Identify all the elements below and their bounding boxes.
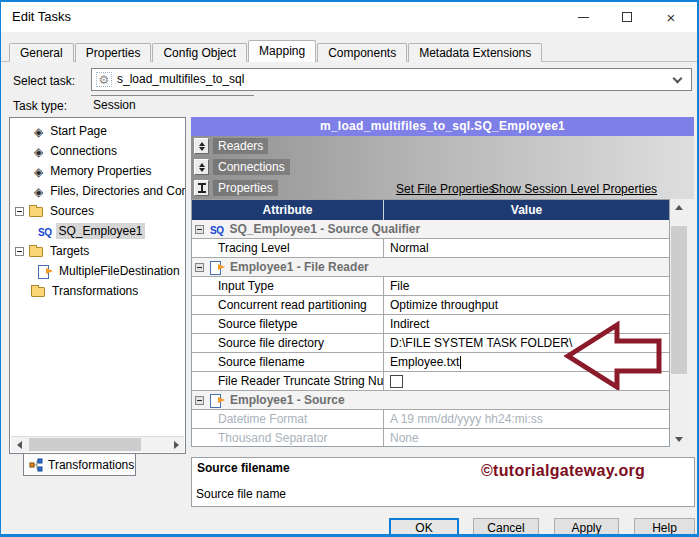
property-group-row[interactable]: Employee1 - Source — [192, 391, 669, 410]
expand-collapse-icon — [199, 142, 205, 151]
scroll-right-icon[interactable] — [168, 437, 184, 452]
expander-minus-icon[interactable] — [195, 396, 204, 405]
tree-item-connections[interactable]: Connections — [10, 141, 185, 161]
band-toggle-button[interactable] — [194, 159, 209, 175]
tree-item-sq-employee1[interactable]: SQ_Employee1 — [10, 221, 185, 241]
expander-minus-icon[interactable] — [195, 225, 204, 234]
scroll-down-icon[interactable] — [670, 431, 688, 447]
tree-item-memory-properties[interactable]: Memory Properties — [10, 161, 185, 181]
value-cell[interactable]: None — [384, 429, 669, 447]
tree-item-transformations[interactable]: Transformations — [10, 281, 185, 301]
link-show-session-level-properties[interactable]: Show Session Level Properties — [491, 182, 657, 196]
target-file-icon — [38, 265, 52, 278]
help-button[interactable]: Help — [634, 518, 695, 537]
task-type-value: Session — [93, 98, 136, 112]
truncate-string-null-checkbox[interactable] — [390, 375, 403, 388]
scroll-left-icon[interactable] — [11, 437, 27, 452]
window-title: Edit Tasks — [12, 9, 71, 24]
tree-item-label: Connections — [48, 143, 119, 159]
folder-icon — [29, 247, 43, 257]
titlebar[interactable]: Edit Tasks × — [1, 2, 697, 32]
close-button[interactable]: × — [649, 2, 693, 32]
band-toggle-button[interactable] — [194, 180, 209, 196]
table-header: Attribute Value — [192, 200, 669, 220]
tab-metadata-extensions[interactable]: Metadata Extensions — [408, 43, 542, 62]
tree-item-sources[interactable]: Sources — [10, 201, 185, 221]
cancel-button[interactable]: Cancel — [473, 518, 539, 537]
tab-components[interactable]: Components — [317, 43, 407, 62]
property-group-row[interactable]: Employee1 - File Reader — [192, 258, 669, 277]
expand-collapse-icon — [199, 163, 205, 172]
band-toggle-button[interactable] — [194, 138, 209, 154]
tree-horizontal-scrollbar[interactable] — [11, 436, 184, 452]
property-row: Tracing LevelNormal — [192, 239, 669, 258]
band-connections: Connections — [191, 157, 694, 178]
tree-item-label: Sources — [48, 203, 96, 219]
expander-minus-icon[interactable] — [15, 207, 24, 216]
expander-minus-icon[interactable] — [195, 263, 204, 272]
maximize-icon — [622, 12, 632, 22]
tab-mapping[interactable]: Mapping — [248, 40, 316, 62]
section-bands: ReadersConnectionsPropertiesSet File Pro… — [191, 136, 694, 199]
tab-general[interactable]: General — [9, 43, 74, 62]
attribute-cell: Tracing Level — [192, 239, 384, 257]
attribute-cell: Source filetype — [192, 315, 384, 333]
table-vertical-scrollbar[interactable] — [670, 199, 688, 447]
tree-item-targets[interactable]: Targets — [10, 241, 185, 261]
tree-item-start-page[interactable]: Start Page — [10, 121, 185, 141]
minimize-button[interactable] — [561, 2, 605, 32]
tree-items: Start PageConnectionsMemory PropertiesFi… — [10, 121, 185, 301]
folder-icon — [29, 207, 43, 217]
folder-icon — [31, 287, 45, 297]
tree-item-label: Transformations — [50, 283, 140, 299]
scrollbar-thumb[interactable] — [671, 226, 687, 374]
tree-item-files-directories-and-com[interactable]: Files, Directories and Com — [10, 181, 185, 201]
group-label: SQ_Employee1 - Source Qualifier — [229, 222, 420, 236]
property-row: Concurrent read partitioningOptimize thr… — [192, 296, 669, 315]
tab-transformations[interactable]: Transformations — [23, 453, 136, 476]
tab-config-object[interactable]: Config Object — [152, 43, 247, 62]
tree-item-multiplefiledestination[interactable]: MultipleFileDestination — [10, 261, 185, 281]
annotation-arrow-icon — [564, 320, 664, 390]
ok-button[interactable]: OK — [389, 518, 459, 537]
close-icon: × — [667, 10, 676, 25]
diamond-icon — [34, 182, 43, 200]
mapping-object-header: m_load_multifiles_to_sql.SQ_Employee1 — [191, 117, 694, 136]
property-row: Input TypeFile — [192, 277, 669, 296]
band-properties: PropertiesSet File PropertiesShow Sessio… — [191, 178, 694, 199]
tree-item-label: MultipleFileDestination — [57, 263, 182, 279]
tree-item-label: Targets — [48, 243, 91, 259]
chevron-down-icon[interactable] — [673, 74, 683, 84]
value-text: File — [390, 279, 409, 293]
tree-item-label: Files, Directories and Com — [48, 183, 185, 199]
task-type-label: Task type: — [13, 99, 67, 113]
tab-properties[interactable]: Properties — [75, 43, 152, 62]
link-set-file-properties[interactable]: Set File Properties — [396, 182, 495, 196]
value-cell[interactable]: A 19 mm/dd/yyyy hh24:mi:ss — [384, 410, 669, 428]
value-cell[interactable]: File — [384, 277, 669, 295]
scroll-up-icon[interactable] — [670, 199, 688, 215]
value-cell[interactable]: Normal — [384, 239, 669, 257]
file-reader-icon — [210, 261, 224, 274]
maximize-button[interactable] — [605, 2, 649, 32]
navigation-tree: Start PageConnectionsMemory PropertiesFi… — [9, 117, 186, 454]
scrollbar-thumb[interactable] — [29, 438, 141, 451]
value-column-header: Value — [384, 200, 669, 220]
watermark: ©tutorialgateway.org — [481, 462, 645, 480]
select-task-combobox[interactable]: s_load_multifiles_to_sql — [91, 68, 692, 91]
expander-minus-icon[interactable] — [15, 247, 24, 256]
transformations-icon — [29, 458, 44, 472]
value-text: Normal — [390, 241, 429, 255]
apply-button[interactable]: Apply — [554, 518, 619, 537]
diamond-icon — [34, 162, 43, 180]
minimize-icon — [578, 17, 589, 18]
tab-transformations-label: Transformations — [48, 458, 134, 472]
tree-item-label: Start Page — [48, 123, 109, 139]
property-group-row[interactable]: SQ_Employee1 - Source Qualifier — [192, 220, 669, 239]
attribute-cell: Source file directory — [192, 334, 384, 352]
select-task-value: s_load_multifiles_to_sql — [117, 72, 244, 86]
text-cursor — [460, 356, 461, 369]
value-cell[interactable]: Optimize throughput — [384, 296, 669, 314]
tabstrip-bottom-line — [135, 453, 186, 454]
property-row: Datetime FormatA 19 mm/dd/yyyy hh24:mi:s… — [192, 410, 669, 429]
